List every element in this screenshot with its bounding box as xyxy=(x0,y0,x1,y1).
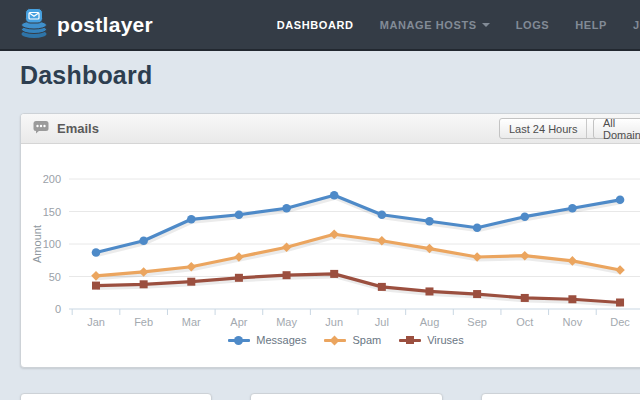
diamond-marker-icon xyxy=(324,335,346,346)
legend-item-messages: Messages xyxy=(228,334,306,346)
comment-icon xyxy=(33,120,49,138)
circle-marker-icon xyxy=(228,335,250,346)
chart-legend: MessagesSpamViruses xyxy=(21,334,640,346)
legend-item-viruses: Viruses xyxy=(399,334,463,346)
svg-text:Sep: Sep xyxy=(467,316,487,328)
domain-dropdown[interactable]: All Domains xyxy=(593,118,640,139)
nav-item-manage-hosts[interactable]: MANAGE HOSTS xyxy=(380,19,490,31)
svg-text:Jun: Jun xyxy=(325,316,343,328)
nav-menu: DASHBOARD MANAGE HOSTS LOGS HELP JOHN xyxy=(277,19,640,31)
svg-text:Aug: Aug xyxy=(420,316,440,328)
nav-item-help[interactable]: HELP xyxy=(575,19,607,31)
svg-text:Amount: Amount xyxy=(31,225,43,263)
svg-text:Jan: Jan xyxy=(87,316,105,328)
svg-text:Nov: Nov xyxy=(563,316,583,328)
legend-label: Spam xyxy=(352,334,381,346)
nav-item-manage-hosts-label: MANAGE HOSTS xyxy=(380,19,477,31)
svg-text:50: 50 xyxy=(49,271,61,283)
top-navbar: postlayer DASHBOARD MANAGE HOSTS LOGS HE… xyxy=(0,0,640,51)
brand-name: postlayer xyxy=(57,13,153,37)
lower-panel-1 xyxy=(20,393,212,400)
svg-text:Feb: Feb xyxy=(134,316,153,328)
svg-text:100: 100 xyxy=(43,238,61,250)
svg-text:Apr: Apr xyxy=(230,316,247,328)
chart-area: 050100150200JanFebMarAprMayJunJulAugSepO… xyxy=(21,144,640,369)
emails-panel: Emails Last 24 Hours All Domains 0501001… xyxy=(20,113,640,368)
nav-item-logs[interactable]: LOGS xyxy=(516,19,550,31)
legend-label: Viruses xyxy=(427,334,463,346)
domain-value: All Domains xyxy=(594,119,640,138)
svg-text:Oct: Oct xyxy=(516,316,533,328)
svg-text:May: May xyxy=(276,316,297,328)
nav-item-user[interactable]: JOHN xyxy=(633,19,640,31)
svg-text:0: 0 xyxy=(55,303,61,315)
emails-panel-header: Emails Last 24 Hours All Domains xyxy=(21,114,640,144)
svg-text:Dec: Dec xyxy=(610,316,630,328)
page-title: Dashboard xyxy=(20,61,152,90)
time-range-value: Last 24 Hours xyxy=(500,119,586,138)
lower-panel-3 xyxy=(481,393,640,400)
postlayer-stack-icon xyxy=(20,7,50,43)
panel-title: Emails xyxy=(57,121,99,136)
nav-item-dashboard[interactable]: DASHBOARD xyxy=(277,19,354,31)
brand-logo[interactable]: postlayer xyxy=(0,7,153,43)
legend-label: Messages xyxy=(256,334,306,346)
svg-text:Mar: Mar xyxy=(182,316,201,328)
svg-text:200: 200 xyxy=(43,173,61,185)
svg-text:150: 150 xyxy=(43,206,61,218)
legend-item-spam: Spam xyxy=(324,334,381,346)
svg-text:Jul: Jul xyxy=(375,316,389,328)
lower-panel-2 xyxy=(250,393,443,400)
chevron-down-icon xyxy=(482,23,490,27)
square-marker-icon xyxy=(399,335,421,346)
